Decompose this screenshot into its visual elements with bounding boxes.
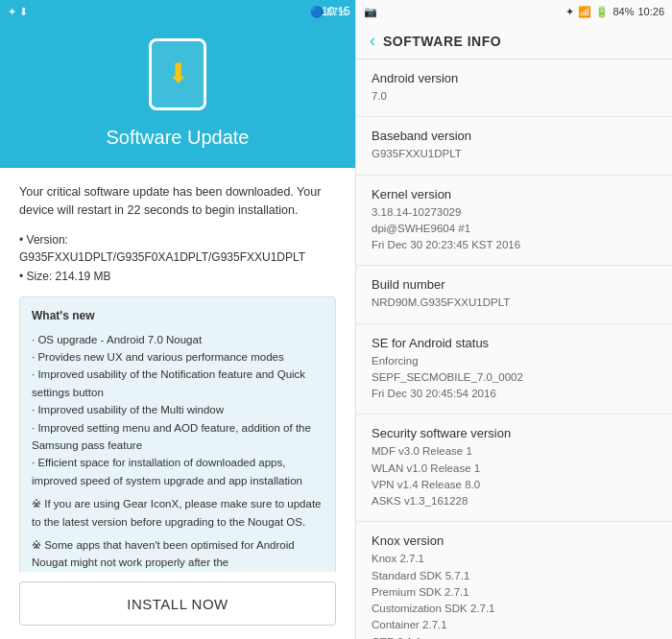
whats-new-item-2: · Improved usability of the Notification… bbox=[32, 366, 324, 401]
build-label: Build number bbox=[372, 277, 657, 292]
whats-new-item-3: · Improved usability of the Multi window bbox=[32, 401, 324, 418]
update-description: Your critical software update has been d… bbox=[19, 183, 336, 220]
left-status-center: 10:15 bbox=[322, 5, 350, 18]
whats-new-item-0: · OS upgrade - Android 7.0 Nougat bbox=[32, 331, 324, 348]
left-time: 10:15 bbox=[322, 5, 350, 18]
info-row-baseband: Baseband version G935FXXU1DPLT bbox=[356, 117, 672, 175]
info-row-se-android: SE for Android status Enforcing SEPF_SEC… bbox=[356, 324, 672, 415]
right-notification-icon: 📷 bbox=[364, 6, 377, 18]
kernel-value: 3.18.14-10273029 dpi@SWHE9604 #1 Fri Dec… bbox=[372, 204, 657, 254]
info-row-security-software: Security software version MDF v3.0 Relea… bbox=[356, 414, 672, 522]
whats-new-item-4: · Improved setting menu and AOD feature,… bbox=[32, 419, 324, 455]
android-version-label: Android version bbox=[372, 71, 657, 85]
right-panel: 📷 ✦ 📶 🔋 84% 10:26 ‹ SOFTWARE INFO Androi… bbox=[355, 0, 672, 639]
whats-new-title: What's new bbox=[32, 307, 324, 325]
whats-new-item-7: ※ If you are using Gear IconX, please ma… bbox=[32, 495, 324, 531]
baseband-value: G935FXXU1DPLT bbox=[372, 146, 657, 162]
info-row-build: Build number NRD90M.G935FXXU1DPLT bbox=[356, 266, 672, 323]
right-status-bar: 📷 ✦ 📶 🔋 84% 10:26 bbox=[356, 0, 672, 23]
left-panel: ✦ ⬇ 10:15 🔵 87% ⬇ Software Update Your c… bbox=[0, 0, 355, 639]
knox-label: Knox version bbox=[372, 533, 657, 548]
info-row-knox: Knox version Knox 2.7.1 Standard SDK 5.7… bbox=[356, 522, 672, 639]
security-software-value: MDF v3.0 Release 1 WLAN v1.0 Release 1 V… bbox=[372, 443, 657, 509]
info-row-kernel: Kernel version 3.18.14-10273029 dpi@SWHE… bbox=[356, 176, 672, 267]
android-version-value: 7.0 bbox=[372, 88, 657, 105]
security-software-label: Security software version bbox=[372, 426, 657, 440]
se-android-value: Enforcing SEPF_SECMOBILE_7.0_0002 Fri De… bbox=[372, 353, 657, 403]
right-header: ‹ SOFTWARE INFO bbox=[356, 23, 672, 59]
whats-new-item-1: · Provides new UX and various performanc… bbox=[32, 348, 324, 366]
hero-title: Software Update bbox=[107, 127, 250, 149]
left-status-bar: ✦ ⬇ 10:15 🔵 87% bbox=[0, 0, 355, 23]
right-battery-icon: 🔋 bbox=[595, 6, 609, 18]
right-status-right-group: ✦ 📶 🔋 84% 10:26 bbox=[565, 6, 664, 18]
install-now-button[interactable]: INSTALL NOW bbox=[19, 581, 336, 626]
version-info: • Version: G935FXXU1DPLT/G935F0XA1DPLT/G… bbox=[19, 231, 336, 285]
right-battery-percent: 84% bbox=[612, 6, 634, 17]
se-android-label: SE for Android status bbox=[372, 336, 657, 350]
back-button[interactable]: ‹ bbox=[370, 31, 375, 51]
right-signal-icon: 📶 bbox=[578, 6, 591, 18]
info-row-android-version: Android version 7.0 bbox=[356, 59, 672, 117]
download-arrow-icon: ⬇ bbox=[167, 58, 189, 89]
install-button-area: INSTALL NOW bbox=[0, 572, 355, 639]
whats-new-item-5: · Efficient space for installation of do… bbox=[32, 454, 324, 489]
whats-new-box: What's new · OS upgrade - Android 7.0 No… bbox=[19, 296, 336, 573]
left-content: Your critical software update has been d… bbox=[0, 168, 355, 572]
left-status-icons-left: ✦ ⬇ bbox=[8, 6, 28, 18]
version-line-2: • Size: 214.19 MB bbox=[19, 268, 336, 285]
hero-area: ⬇ Software Update bbox=[0, 23, 355, 168]
right-time: 10:26 bbox=[637, 6, 664, 17]
kernel-label: Kernel version bbox=[372, 187, 657, 201]
baseband-label: Baseband version bbox=[372, 129, 657, 143]
phone-icon: ⬇ bbox=[144, 38, 211, 115]
right-bluetooth-icon: ✦ bbox=[565, 6, 574, 18]
software-info-title: SOFTWARE INFO bbox=[383, 34, 501, 49]
software-info-content: Android version 7.0 Baseband version G93… bbox=[356, 59, 672, 639]
version-line-1: • Version: G935FXXU1DPLT/G935F0XA1DPLT/G… bbox=[19, 231, 336, 266]
whats-new-item-9: ※ Some apps that haven't been optimised … bbox=[32, 536, 324, 572]
notification-icons: ✦ ⬇ bbox=[8, 6, 28, 18]
knox-value: Knox 2.7.1 Standard SDK 5.7.1 Premium SD… bbox=[372, 551, 657, 639]
right-status-left-icons: 📷 bbox=[364, 6, 377, 18]
build-value: NRD90M.G935FXXU1DPLT bbox=[372, 295, 657, 311]
